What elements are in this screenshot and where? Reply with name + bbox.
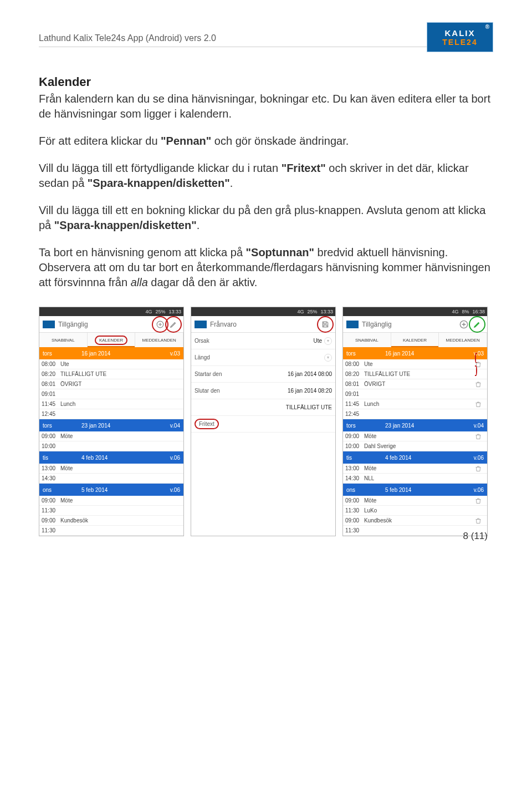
day-header: tors16 jan 2014v.03 — [39, 347, 183, 359]
status-bar: 4G25%13:33 — [191, 307, 335, 316]
event-row[interactable]: 11:30LuKo — [343, 506, 487, 516]
event-row[interactable]: 10:00 — [39, 441, 183, 451]
trash-icon — [475, 381, 482, 388]
phone-screenshot-2: 4G25%13:33 Frånvaro OrsakUte▾Längd▾Start… — [191, 307, 336, 536]
tab-kalender[interactable]: KALENDER — [391, 333, 439, 347]
app-bar: Frånvaro — [191, 316, 335, 333]
event-row[interactable]: 09:01 — [343, 389, 487, 399]
event-row[interactable]: 12:45 — [39, 409, 183, 419]
event-row[interactable]: 09:00Möte — [343, 431, 487, 441]
pencil-icon — [473, 321, 481, 328]
day-header: tors16 jan 2014v.03 — [343, 347, 487, 359]
day-header: tors23 jan 2014v.04 — [39, 419, 183, 431]
delete-button[interactable] — [475, 497, 485, 504]
edit-button[interactable] — [470, 318, 484, 331]
form-list: OrsakUte▾Längd▾Startar den16 jan 2014 08… — [191, 333, 335, 433]
save-button[interactable] — [319, 318, 332, 331]
app-title: Tillgänglig — [58, 321, 154, 328]
status-bar: 4G8%16:38 — [343, 307, 487, 316]
event-row[interactable]: 09:00Möte — [39, 431, 183, 441]
chevron-down-icon: ▾ — [324, 337, 332, 345]
event-row[interactable]: 11:30 — [39, 526, 183, 536]
app-title: Frånvaro — [210, 321, 319, 328]
event-row[interactable]: 13:00Möte — [343, 464, 487, 474]
status-bar: 4G25%13:33 — [39, 307, 183, 316]
form-row[interactable]: Slutar den16 jan 2014 08:20 — [191, 383, 335, 399]
event-row[interactable]: 14:30 — [39, 474, 183, 484]
paragraph-1: Från kalendern kan du se dina hänvisning… — [39, 92, 493, 121]
doc-header: Lathund Kalix Tele24s App (Android) vers… — [39, 33, 493, 47]
event-row[interactable]: 10:00Dahl Sverige — [343, 441, 487, 451]
delete-button[interactable] — [475, 433, 485, 440]
tab-bar: SNABBVAL KALENDER MEDDELANDEN — [39, 333, 183, 347]
event-row[interactable]: 11:45Lunch — [343, 399, 487, 409]
plus-icon — [459, 320, 468, 329]
event-row[interactable]: 08:00Ute — [39, 359, 183, 369]
event-row[interactable]: 13:00Möte — [39, 464, 183, 474]
event-row[interactable]: 12:45 — [343, 409, 487, 419]
trash-icon — [475, 361, 482, 368]
tab-snabbval[interactable]: SNABBVAL — [343, 333, 391, 347]
tab-snabbval[interactable]: SNABBVAL — [39, 333, 88, 347]
app-logo-icon — [195, 321, 207, 328]
app-bar: Tillgänglig — [39, 316, 183, 333]
form-row[interactable]: Fritext — [191, 416, 335, 433]
app-bar: Tillgänglig — [343, 316, 487, 333]
delete-button[interactable] — [475, 355, 485, 374]
event-row[interactable]: 08:01ÖVRIGT — [39, 379, 183, 389]
day-header: ons5 feb 2014v.06 — [343, 484, 487, 496]
event-row[interactable]: 09:00Möte — [343, 496, 487, 506]
day-header: ons5 feb 2014v.06 — [39, 484, 183, 496]
form-row[interactable]: OrsakUte▾ — [191, 333, 335, 349]
paragraph-3: Vill du lägga till ett förtydligande kli… — [39, 161, 493, 191]
calendar-list: tors16 jan 2014v.0308:00Ute08:20TILLFÄLL… — [343, 347, 487, 536]
day-header: tors23 jan 2014v.04 — [343, 419, 487, 431]
tab-bar: SNABBVAL KALENDER MEDDELANDEN — [343, 333, 487, 347]
phone-screenshot-1: 4G25%13:33 Tillgänglig SNABBVAL K — [39, 307, 184, 536]
event-row[interactable]: 08:20TILLFÄLLIGT UTE — [343, 369, 487, 379]
event-row[interactable]: 11:45Lunch — [39, 399, 183, 409]
pencil-icon — [170, 321, 177, 328]
trash-icon — [475, 497, 482, 504]
paragraph-2: För att editera klickar du "Pennan" och … — [39, 134, 493, 149]
form-row[interactable]: TILLFÄLLIGT UTE — [191, 399, 335, 416]
phone-screenshot-3: 4G8%16:38 Tillgänglig SNABBVAL KALENDER … — [342, 307, 488, 536]
trash-icon — [475, 517, 482, 524]
page-footer: 8 (11) — [463, 531, 488, 542]
trash-icon — [475, 465, 482, 472]
app-logo-icon — [43, 321, 55, 328]
event-row[interactable]: 08:00Ute — [343, 359, 487, 369]
delete-button[interactable] — [475, 381, 485, 388]
event-row[interactable]: 11:30 — [39, 506, 183, 516]
day-header: tis4 feb 2014v.06 — [343, 451, 487, 464]
event-row[interactable]: 08:01ÖVRIGT — [343, 379, 487, 389]
plus-icon — [156, 321, 164, 328]
brand-logo: ® KALIX TELE24 — [427, 22, 493, 52]
day-header: tis4 feb 2014v.06 — [39, 451, 183, 464]
event-row[interactable]: 09:00Kundbesök — [39, 516, 183, 526]
form-row[interactable]: Längd▾ — [191, 349, 335, 366]
app-title: Tillgänglig — [362, 321, 457, 328]
trash-icon — [475, 433, 482, 440]
paragraph-4: Vill du lägga till ett en bokning klicka… — [39, 203, 493, 233]
tab-kalender[interactable]: KALENDER — [88, 333, 136, 347]
event-row[interactable]: 09:00Möte — [39, 496, 183, 506]
section-title: Kalender — [39, 75, 493, 89]
form-row[interactable]: Startar den16 jan 2014 08:00 — [191, 366, 335, 383]
calendar-list: tors16 jan 2014v.0308:00Ute08:20TILLFÄLL… — [39, 347, 183, 536]
tab-meddelanden[interactable]: MEDDELANDEN — [439, 333, 487, 347]
app-logo-icon — [346, 321, 359, 328]
delete-button[interactable] — [475, 465, 485, 472]
tab-meddelanden[interactable]: MEDDELANDEN — [135, 333, 183, 347]
event-row[interactable]: 09:01 — [39, 389, 183, 399]
diskette-icon — [321, 321, 329, 328]
edit-button[interactable] — [167, 318, 180, 331]
screenshot-row: 4G25%13:33 Tillgänglig SNABBVAL K — [39, 307, 493, 536]
event-row[interactable]: 14:30NLL — [343, 474, 487, 484]
event-row[interactable]: 08:20TILLFÄLLIGT UTE — [39, 369, 183, 379]
delete-button[interactable] — [475, 517, 485, 524]
chevron-down-icon: ▾ — [324, 354, 332, 362]
event-row[interactable]: 09:00Kundbesök — [343, 516, 487, 526]
delete-button[interactable] — [475, 401, 485, 408]
paragraph-5: Ta bort en hänvisning genom att klicka p… — [39, 245, 493, 290]
